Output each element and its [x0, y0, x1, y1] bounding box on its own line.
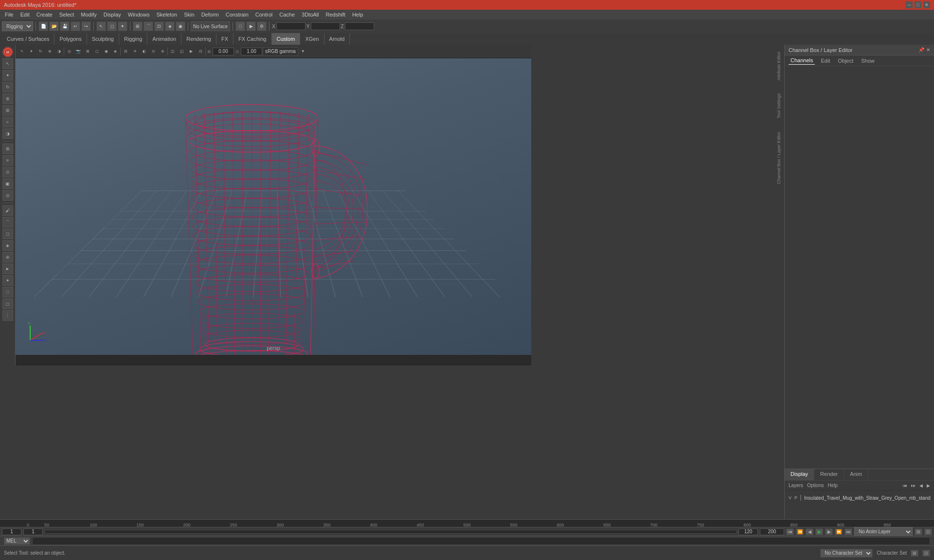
minimize-button[interactable]: ─	[906, 1, 913, 8]
tab-fx[interactable]: FX	[216, 33, 234, 45]
vp-smooth-btn[interactable]: ◻	[92, 47, 101, 56]
prev-key-btn[interactable]: ⏪	[796, 528, 804, 535]
menu-select[interactable]: Select	[56, 11, 77, 18]
surfaces-sidebar[interactable]: ◻	[2, 228, 13, 239]
menu-edit[interactable]: Edit	[18, 11, 33, 18]
options-sub-tab[interactable]: Options	[807, 483, 824, 488]
open-scene-btn[interactable]: 📂	[49, 21, 59, 31]
timeline-range[interactable]	[45, 530, 736, 534]
tab-custom[interactable]: Custom	[272, 33, 301, 45]
range-end-input[interactable]	[760, 528, 784, 535]
save-scene-btn[interactable]: 💾	[60, 21, 70, 31]
undo-btn[interactable]: ↩	[71, 21, 80, 31]
animation-sidebar[interactable]: ►	[2, 263, 13, 274]
window-controls[interactable]: ─ □ ✕	[906, 1, 930, 8]
render-tab[interactable]: Render	[814, 469, 844, 480]
viewport-canvas[interactable]: .wire { fill: none; stroke: #cc1144; str…	[16, 58, 531, 355]
layers-sidebar[interactable]: ≡	[2, 155, 13, 166]
more-sidebar[interactable]: ⋮	[2, 310, 13, 321]
anim-tab[interactable]: Anim	[844, 469, 868, 480]
layer-next-btn[interactable]: ⏭	[911, 483, 916, 488]
go-to-start-btn[interactable]: ⏮	[786, 528, 794, 535]
rigging-sidebar[interactable]: ⊛	[2, 252, 13, 262]
new-scene-btn[interactable]: 📄	[38, 21, 48, 31]
camera-tools-btn[interactable]: □	[235, 21, 245, 31]
tab-rendering[interactable]: Rendering	[181, 33, 216, 45]
vp-camera-btn[interactable]: ◎	[65, 47, 73, 56]
menu-control[interactable]: Control	[252, 11, 275, 18]
transform-tool-sidebar[interactable]: ⊞	[2, 105, 13, 116]
vp-ao-btn[interactable]: ⊙	[149, 47, 158, 56]
redo-btn[interactable]: ↪	[81, 21, 91, 31]
tab-arnold[interactable]: Arnold	[324, 33, 350, 45]
z-input[interactable]	[345, 22, 374, 30]
snap-grid-btn[interactable]: ⊞	[133, 21, 143, 31]
vp-shading-btn[interactable]: ◉	[102, 47, 110, 56]
menu-3dtoa[interactable]: 3DtoAll	[299, 11, 322, 18]
curves-sidebar[interactable]: ⌒	[2, 217, 13, 228]
object-tab[interactable]: Object	[836, 57, 855, 65]
lasso-select-btn[interactable]: ◻	[107, 21, 117, 31]
snap-view-btn[interactable]: ◈	[165, 21, 175, 31]
render-sidebar[interactable]: ▣	[2, 178, 13, 189]
custom1-sidebar[interactable]: □	[2, 287, 13, 298]
menu-skeleton[interactable]: Skeleton	[153, 11, 180, 18]
x-input[interactable]	[276, 22, 305, 30]
rotate-tool-sidebar[interactable]: ↻	[2, 82, 13, 92]
vp-show-btn[interactable]: ◫	[168, 47, 177, 56]
vp-gamma-input[interactable]	[241, 48, 262, 55]
render-settings-btn[interactable]: ⚙	[257, 21, 267, 31]
layer-remove-btn[interactable]: ▶	[927, 483, 930, 488]
restore-button[interactable]: □	[915, 1, 921, 8]
menu-skin[interactable]: Skin	[181, 11, 197, 18]
vp-render-btn[interactable]: ▶	[187, 47, 196, 56]
soft-mod-sidebar[interactable]: ≈	[2, 117, 13, 127]
workspace-select[interactable]: Rigging	[2, 21, 33, 31]
scale-tool-sidebar[interactable]: ⊕	[2, 93, 13, 104]
show-tab[interactable]: Show	[859, 57, 877, 65]
anim-layer-btn1[interactable]: ⊞	[915, 528, 922, 535]
no-character-set-select[interactable]: No Character Set	[820, 549, 873, 558]
vp-move-btn[interactable]: ✦	[27, 47, 36, 56]
script-mode-select[interactable]: MEL Python	[4, 537, 30, 545]
end-frame-input[interactable]	[738, 528, 758, 535]
menu-deform[interactable]: Deform	[198, 11, 222, 18]
tab-polygons[interactable]: Polygons	[54, 33, 87, 45]
move-tool-sidebar[interactable]: ✦	[2, 70, 13, 81]
camera-sidebar[interactable]: ◎	[2, 190, 13, 201]
anim-layer-btn2[interactable]: ⊡	[924, 528, 932, 535]
menu-windows[interactable]: Windows	[125, 11, 153, 18]
help-sub-tab[interactable]: Help	[827, 483, 838, 488]
select-tool-sidebar[interactable]: ↖	[2, 58, 13, 69]
play-btn[interactable]: ▶	[815, 528, 823, 535]
select-tool-btn[interactable]: ↖	[96, 21, 106, 31]
panel-pin-btn[interactable]: 📌	[918, 47, 924, 52]
anim-layer-select[interactable]: No Anim Layer	[854, 527, 913, 537]
tab-sculpting[interactable]: Sculpting	[87, 33, 119, 45]
vp-dof-btn[interactable]: ⊚	[158, 47, 167, 56]
tab-xgen[interactable]: XGen	[300, 33, 324, 45]
channels-tab[interactable]: Channels	[789, 56, 815, 65]
menu-redshift[interactable]: Redshift	[323, 11, 348, 18]
sculpt-sidebar[interactable]: ◑	[2, 128, 13, 139]
menu-display[interactable]: Display	[101, 11, 124, 18]
close-button[interactable]: ✕	[923, 1, 930, 8]
next-key-btn[interactable]: ⏩	[835, 528, 843, 535]
current-frame-input[interactable]	[23, 528, 43, 535]
timeline[interactable]: 0 50 100 150 200 250 300 350 400 450 500…	[0, 519, 934, 527]
snap-surface-btn[interactable]: ◉	[176, 21, 185, 31]
edit-tab[interactable]: Edit	[819, 57, 832, 65]
vp-paint-btn[interactable]: ◑	[54, 47, 63, 56]
custom2-sidebar[interactable]: ◻	[2, 298, 13, 309]
vp-wireframe-btn[interactable]: ⊞	[83, 47, 92, 56]
fx-sidebar[interactable]: ✦	[2, 275, 13, 286]
layers-sub-tab[interactable]: Layers	[789, 483, 803, 488]
menu-constrain[interactable]: Constrain	[223, 11, 251, 18]
tab-curves-surfaces[interactable]: Curves / Surfaces	[2, 33, 54, 45]
vp-color-mode-btn[interactable]: ▼	[299, 47, 307, 56]
vp-grid-btn[interactable]: ⊟	[121, 47, 130, 56]
tab-fx-caching[interactable]: FX Caching	[234, 33, 271, 45]
menu-file[interactable]: File	[2, 11, 17, 18]
go-to-end-btn[interactable]: ⏭	[844, 528, 852, 535]
vp-xray-btn[interactable]: ◈	[111, 47, 120, 56]
